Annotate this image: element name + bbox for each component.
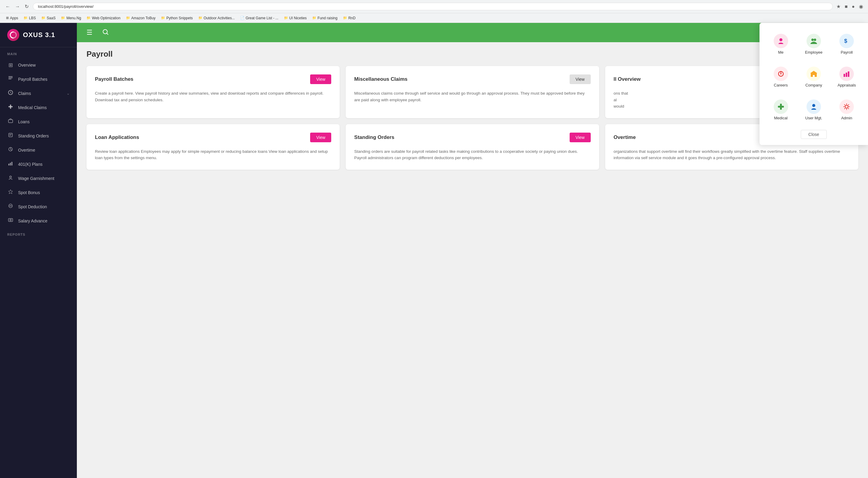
loans-icon — [7, 118, 14, 125]
sidebar-item-spot-bonus[interactable]: Spot Bonus — [0, 185, 77, 199]
logo-icon — [7, 29, 19, 41]
card-miscellaneous-claims: Miscellaneous Claims View Miscellaneous … — [346, 66, 599, 118]
back-button[interactable]: ← — [4, 3, 12, 10]
sidebar-item-standing-orders[interactable]: Standing Orders — [0, 129, 77, 143]
bookmark-game-label: Great Game List - ... — [246, 16, 278, 20]
admin-app-icon — [839, 99, 854, 114]
401k-icon — [7, 161, 14, 167]
careers-app-icon — [774, 67, 788, 81]
svg-point-33 — [814, 39, 816, 41]
bookmark-star-button[interactable]: ★ — [835, 2, 842, 10]
app-item-user-mgt[interactable]: User Mgt. — [798, 95, 829, 125]
app-item-appraisals[interactable]: Appraisals — [832, 62, 862, 92]
appraisals-app-icon — [839, 67, 854, 81]
cards-row-1: Payroll Batches View Create a payroll he… — [87, 66, 858, 118]
sidebar-item-medical-claims[interactable]: Medical Claims — [0, 100, 77, 115]
bookmark-python[interactable]: 📁 Python Snippets — [158, 15, 195, 21]
card-standing-orders-title: Standing Orders — [354, 134, 394, 140]
wage-garnishment-icon — [7, 175, 14, 182]
bookmark-rnd[interactable]: 📁 RnD — [341, 15, 358, 21]
folder-icon-amazon: 📁 — [126, 16, 130, 20]
sidebar-item-overtime-label: Overtime — [18, 148, 70, 153]
card-standing-orders-description: Standing orders are suitable for payroll… — [354, 148, 590, 161]
extensions-button[interactable]: ■ — [844, 3, 849, 10]
svg-rect-0 — [8, 76, 13, 77]
bookmark-saas[interactable]: 📁 SaaS — [39, 15, 58, 21]
reload-button[interactable]: ↻ — [23, 3, 30, 10]
svg-rect-41 — [844, 74, 845, 77]
medical-app-label: Medical — [774, 116, 787, 120]
svg-point-19 — [10, 219, 11, 221]
doc-icon-game: 📄 — [240, 16, 244, 20]
sidebar-item-overview[interactable]: ⊞ Overview — [0, 58, 77, 72]
sidebar-item-payroll-batches[interactable]: Payroll Batches — [0, 72, 77, 86]
hamburger-menu-button[interactable]: ☰ — [84, 27, 95, 38]
browser-chrome: ← → ↻ localhost:8001/payroll/overview/ ★… — [0, 0, 868, 13]
overview-icon: ⊞ — [7, 62, 14, 68]
sidebar-item-payroll-batches-label: Payroll Batches — [18, 77, 70, 82]
card-payroll-batches-header: Payroll Batches View — [95, 74, 331, 84]
svg-rect-40 — [813, 75, 815, 77]
sidebar-item-wage-garnishment[interactable]: Wage Garnishment — [0, 171, 77, 185]
app-item-medical[interactable]: Medical — [766, 95, 796, 125]
card-misc-claims-view-button[interactable]: View — [569, 74, 591, 84]
bookmark-apps[interactable]: ⊞ Apps — [4, 15, 21, 21]
card-standing-orders-view-button[interactable]: View — [569, 133, 591, 142]
app-item-employee[interactable]: Employee — [798, 29, 829, 59]
folder-icon-saas: 📁 — [41, 16, 45, 20]
svg-rect-1 — [8, 77, 13, 78]
sidebar-item-overtime[interactable]: Overtime — [0, 143, 77, 157]
address-bar[interactable]: localhost:8001/payroll/overview/ — [33, 3, 833, 10]
bookmark-amazon-label: Amazon ToBuy — [131, 16, 156, 20]
folder-icon-ui: 📁 — [284, 16, 288, 20]
sidebar-item-spot-deduction[interactable]: Spot Deduction — [0, 199, 77, 214]
forward-button[interactable]: → — [13, 3, 22, 10]
svg-rect-6 — [8, 120, 13, 123]
card-misc-claims-header: Miscellaneous Claims View — [354, 74, 590, 84]
svg-rect-11 — [8, 164, 9, 165]
bookmark-outdoor[interactable]: 📁 Outdoor Activities... — [196, 15, 237, 21]
account-button[interactable]: ◉ — [858, 2, 864, 10]
bookmark-amazon[interactable]: 📁 Amazon ToBuy — [124, 15, 158, 21]
sidebar-item-salary-advance[interactable]: Salary Advance — [0, 214, 77, 228]
profile-button[interactable]: ● — [850, 3, 856, 10]
top-header: ☰ — [77, 23, 868, 42]
card-overtime-description: organizations that support overtime will… — [614, 148, 850, 161]
app-item-company[interactable]: Company — [798, 62, 829, 92]
sidebar-item-wage-garnishment-label: Wage Garnishment — [18, 176, 70, 181]
app-item-careers[interactable]: Careers — [766, 62, 796, 92]
svg-point-32 — [811, 39, 814, 41]
bookmark-ui[interactable]: 📁 UI Niceties — [281, 15, 309, 21]
app-item-me[interactable]: Me — [766, 29, 796, 59]
sidebar-section-main: MAIN — [0, 47, 77, 58]
app-item-admin[interactable]: Admin — [832, 95, 862, 125]
bookmark-web-opt[interactable]: 📁 Web Optimization — [84, 15, 123, 21]
employee-app-label: Employee — [805, 50, 823, 55]
sidebar-item-claims[interactable]: Claims ⌄ — [0, 86, 77, 100]
bookmark-python-label: Python Snippets — [166, 16, 193, 20]
sidebar-item-loans[interactable]: Loans — [0, 115, 77, 129]
svg-rect-43 — [848, 71, 849, 77]
bookmark-menu-ng[interactable]: 📁 Menu.Ng — [59, 15, 84, 21]
search-button[interactable] — [100, 27, 111, 38]
card-loan-view-button[interactable]: View — [310, 133, 331, 142]
cards-row-2: Loan Applications View Review loan appli… — [87, 124, 858, 170]
card-payroll-batches-view-button[interactable]: View — [310, 74, 331, 84]
sidebar-item-spot-deduction-label: Spot Deduction — [18, 204, 70, 209]
sidebar-item-401k-label: 401(K) Plans — [18, 162, 70, 167]
app-item-payroll[interactable]: $ Payroll — [832, 29, 862, 59]
bookmark-game[interactable]: 📄 Great Game List - ... — [238, 15, 281, 21]
salary-advance-icon — [7, 217, 14, 224]
sidebar-item-401k[interactable]: 401(K) Plans — [0, 157, 77, 171]
app-dropdown-close-button[interactable]: Close — [801, 130, 827, 139]
sidebar-logo: OXUS 3.1 — [0, 23, 77, 47]
bookmarks-bar: ⊞ Apps 📁 LBS 📁 SaaS 📁 Menu.Ng 📁 Web Opti… — [0, 13, 868, 23]
svg-rect-7 — [9, 133, 12, 137]
bookmark-lbs[interactable]: 📁 LBS — [21, 15, 38, 21]
sidebar-item-standing-orders-label: Standing Orders — [18, 133, 70, 138]
app-name: OXUS 3.1 — [23, 31, 55, 39]
card-payroll-batches-description: Create a payroll here. View payroll hist… — [95, 90, 331, 103]
bookmark-fund[interactable]: 📁 Fund raising — [310, 15, 340, 21]
card-standing-orders: Standing Orders View Standing orders are… — [346, 124, 599, 170]
bookmark-fund-label: Fund raising — [318, 16, 338, 20]
